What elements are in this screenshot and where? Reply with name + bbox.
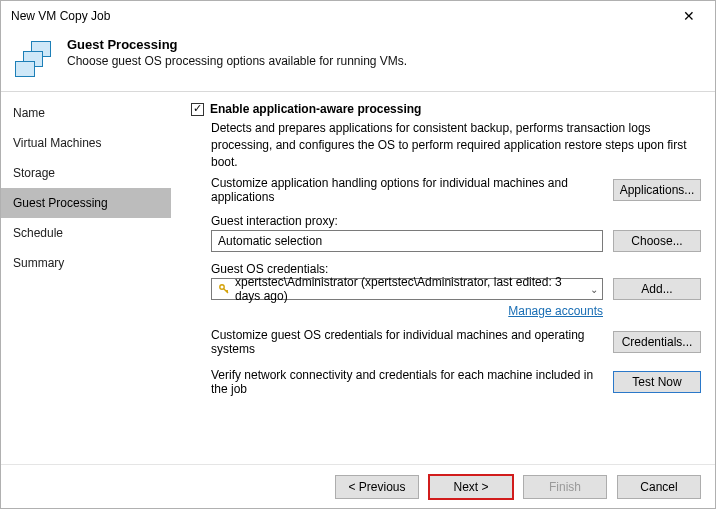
guest-credentials-select[interactable]: xpertstec\Administrator (xpertstec\Admin… (211, 278, 603, 300)
guest-credentials-value: xpertstec\Administrator (xpertstec\Admin… (235, 275, 590, 303)
next-button[interactable]: Next > (429, 475, 513, 499)
close-icon: ✕ (683, 8, 695, 24)
chevron-down-icon: ⌄ (590, 284, 598, 295)
steps-sidebar: Name Virtual Machines Storage Guest Proc… (1, 92, 171, 464)
choose-proxy-button[interactable]: Choose... (613, 230, 701, 252)
key-icon (218, 282, 231, 296)
page-title: Guest Processing (67, 37, 699, 52)
enable-app-aware-checkbox[interactable] (191, 103, 204, 116)
window-title: New VM Copy Job (11, 9, 110, 23)
customize-credentials-text: Customize guest OS credentials for indiv… (211, 328, 605, 356)
sidebar-item-name[interactable]: Name (1, 98, 171, 128)
verify-connectivity-text: Verify network connectivity and credenti… (211, 368, 605, 396)
guest-proxy-input[interactable]: Automatic selection (211, 230, 603, 252)
applications-button[interactable]: Applications... (613, 179, 701, 201)
cancel-button[interactable]: Cancel (617, 475, 701, 499)
add-credentials-button[interactable]: Add... (613, 278, 701, 300)
sidebar-item-guest-processing[interactable]: Guest Processing (1, 188, 171, 218)
enable-app-aware-label: Enable application-aware processing (210, 102, 421, 116)
finish-button: Finish (523, 475, 607, 499)
guest-proxy-value: Automatic selection (218, 234, 322, 248)
sidebar-item-summary[interactable]: Summary (1, 248, 171, 278)
vm-copy-icon (15, 39, 57, 81)
enable-app-aware-description: Detects and prepares applications for co… (211, 120, 701, 170)
customize-applications-text: Customize application handling options f… (211, 176, 605, 204)
titlebar: New VM Copy Job ✕ (1, 1, 715, 31)
sidebar-item-storage[interactable]: Storage (1, 158, 171, 188)
dialog-window: New VM Copy Job ✕ Guest Processing Choos… (0, 0, 716, 509)
sidebar-item-virtual-machines[interactable]: Virtual Machines (1, 128, 171, 158)
sidebar-item-schedule[interactable]: Schedule (1, 218, 171, 248)
test-now-button[interactable]: Test Now (613, 371, 701, 393)
guest-credentials-label: Guest OS credentials: (211, 262, 701, 276)
close-button[interactable]: ✕ (669, 3, 709, 29)
page-subtitle: Choose guest OS processing options avail… (67, 54, 699, 68)
wizard-footer: < Previous Next > Finish Cancel (1, 464, 715, 508)
credentials-button[interactable]: Credentials... (613, 331, 701, 353)
previous-button[interactable]: < Previous (335, 475, 419, 499)
content-pane: Enable application-aware processing Dete… (171, 92, 715, 464)
page-header: Guest Processing Choose guest OS process… (1, 31, 715, 91)
guest-proxy-label: Guest interaction proxy: (211, 214, 701, 228)
manage-accounts-link[interactable]: Manage accounts (211, 304, 603, 318)
